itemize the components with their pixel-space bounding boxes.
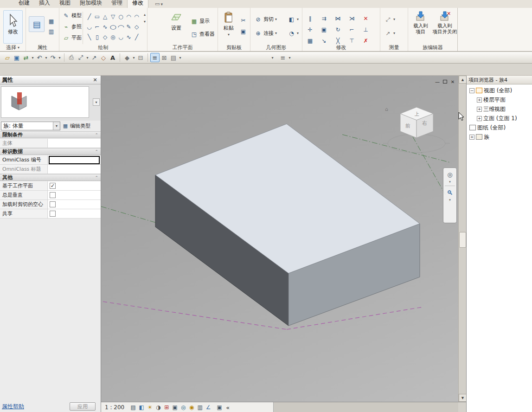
set-workplane-button[interactable]: 设置 xyxy=(167,12,186,32)
steering-wheel-icon[interactable]: ◎ xyxy=(445,170,455,179)
tree-node-elevations[interactable]: + 立面 (立面 1) xyxy=(467,114,532,123)
customize-qat-icon[interactable]: ▾ xyxy=(270,56,275,60)
edit-type-button[interactable]: ▦ 编辑类型 xyxy=(61,122,100,130)
tree-node-views[interactable]: − 视图 (全部) xyxy=(467,86,532,95)
other-section-header[interactable]: 其他⌃ xyxy=(0,174,101,181)
pane-toggle-icon[interactable]: ▣ xyxy=(215,403,224,412)
rectangle-tool-2-icon[interactable]: ▯ xyxy=(93,33,101,41)
viewcube-top-label[interactable]: 上 xyxy=(414,111,419,116)
default-3d-view-caret-icon[interactable]: ▾ xyxy=(132,56,136,60)
measure-qat-caret-icon[interactable]: ▾ xyxy=(85,56,90,60)
family-category-icon[interactable]: ▦ xyxy=(47,17,55,25)
view-restore-icon[interactable] xyxy=(443,80,447,84)
family-type-combobox[interactable]: 族: 体量 ▾ xyxy=(1,122,60,130)
draw-plane-button[interactable]: ▱ 平面 xyxy=(62,34,82,42)
project-browser-title-bar[interactable]: 项目浏览器 - 族4 xyxy=(467,76,532,84)
workplane-based-checkbox[interactable] xyxy=(50,183,56,189)
redo-caret-icon[interactable]: ▾ xyxy=(58,56,62,60)
tree-node-families[interactable]: + 族 xyxy=(467,132,532,142)
temporary-view-properties-icon[interactable]: ▥ xyxy=(196,403,204,412)
workplane-viewer-button[interactable]: ◳ 查看器 xyxy=(190,30,215,38)
preview-expand-icon[interactable]: ▾ xyxy=(93,98,100,106)
tab-manage[interactable]: 管理 xyxy=(107,0,127,8)
3d-views-expand-icon[interactable]: + xyxy=(477,107,482,112)
identity-section-header[interactable]: 标识数据⌃ xyxy=(0,148,101,155)
properties-help-link[interactable]: 属性帮助 xyxy=(2,403,24,411)
rotate-icon[interactable]: ↻ xyxy=(334,26,342,33)
views-collapse-icon[interactable]: − xyxy=(469,88,474,93)
mass-extrusion[interactable] xyxy=(155,124,420,326)
zoom-caret-icon[interactable]: ▾ xyxy=(449,198,451,202)
zoom-icon[interactable]: 🔍︎ xyxy=(445,188,455,197)
elevations-expand-icon[interactable]: + xyxy=(477,116,482,121)
family-types-icon[interactable]: ▥ xyxy=(47,27,55,35)
undo-caret-icon[interactable]: ▾ xyxy=(44,56,48,60)
viewcube-home-icon[interactable]: ⌂ xyxy=(385,106,388,112)
apply-button[interactable]: 应用 xyxy=(70,402,96,411)
inscribed-polygon-tool-icon[interactable]: △ xyxy=(101,13,109,20)
paint-button[interactable]: ◔ ▾ xyxy=(288,29,299,37)
family-preview-image[interactable] xyxy=(1,86,89,118)
start-end-radius-arc-tool-icon[interactable]: ◠ xyxy=(125,13,133,20)
measure-button[interactable]: ⤢ ▾ xyxy=(384,15,395,23)
split-element-icon[interactable]: ╳ xyxy=(334,37,342,45)
circle-tool-2-icon[interactable]: ◎ xyxy=(109,33,117,41)
polygon-tool-2-icon[interactable]: ◇ xyxy=(101,33,109,41)
trim-extend-corner-icon[interactable]: ⌐ xyxy=(348,26,356,33)
viewcube-right-label[interactable]: 右 xyxy=(422,120,427,126)
reveal-hidden-elements-icon[interactable]: ◉ xyxy=(187,403,196,412)
drawing-area[interactable]: 上 前 右 ⌂ — ✕ ◎ ▾ 🔍︎ ▾ xyxy=(101,76,458,402)
arc-tool-2-icon[interactable]: ◡ xyxy=(117,33,125,41)
tree-node-floor-plans[interactable]: + 楼层平面 xyxy=(467,95,532,104)
print-icon[interactable]: ⎙ xyxy=(67,53,76,62)
line-tool-2-icon[interactable]: ╲ xyxy=(85,33,93,41)
delete-selected-icon[interactable]: ✗ xyxy=(362,37,370,45)
tab-view[interactable]: 视图 xyxy=(55,0,75,8)
circumscribed-polygon-tool-icon[interactable]: ▽ xyxy=(109,13,117,20)
center-ends-arc-tool-icon[interactable]: ◠ xyxy=(133,13,141,20)
properties-title-bar[interactable]: 属性 ✕ xyxy=(0,76,101,84)
circle-tool-icon[interactable]: ○ xyxy=(117,13,125,20)
offset-icon[interactable]: ⇉ xyxy=(320,14,328,22)
save-icon[interactable]: ▣ xyxy=(12,53,21,62)
switch-windows-caret-icon[interactable]: ▾ xyxy=(178,56,182,60)
panel-select-footer[interactable]: 选择▾ xyxy=(0,44,26,51)
scroll-up-icon[interactable]: ▲ xyxy=(459,76,467,84)
fillet-arc-tool-icon[interactable]: ⌐ xyxy=(93,23,101,31)
tab-addins[interactable]: 附加模块 xyxy=(75,0,107,8)
measure-qat-icon[interactable]: ⤢ xyxy=(76,53,85,62)
steering-wheel-caret-icon[interactable]: ▾ xyxy=(449,180,451,184)
properties-close-icon[interactable]: ✕ xyxy=(91,77,99,83)
visual-style-icon[interactable]: ◧ xyxy=(137,403,146,412)
switch-windows-icon[interactable]: ▤ xyxy=(169,53,178,62)
aligned-dimension-qat-icon[interactable]: ↗ xyxy=(90,53,99,62)
paste-button[interactable]: 粘贴 ▾ xyxy=(221,12,237,37)
move-icon[interactable]: ✛ xyxy=(306,26,314,33)
open-icon[interactable]: ▱ xyxy=(3,53,12,62)
families-expand-icon[interactable]: + xyxy=(469,135,474,140)
detail-level-icon[interactable]: ▤ xyxy=(129,403,137,412)
pick-faces-tool-icon[interactable]: ◇ xyxy=(133,23,141,31)
close-inactive-windows-icon[interactable]: ⊠ xyxy=(160,53,169,62)
tab-create[interactable]: 创建 xyxy=(14,0,34,8)
redo-icon[interactable]: ↷ xyxy=(48,53,58,62)
vertical-scrollbar[interactable]: ▲ ▼ xyxy=(458,76,466,402)
undo-icon[interactable]: ↶ xyxy=(35,53,44,62)
thin-lines-icon[interactable]: ≡ xyxy=(150,53,160,62)
model-canvas[interactable]: 上 前 右 ⌂ xyxy=(101,76,458,402)
spline-tool-2-icon[interactable]: ∿ xyxy=(125,33,133,41)
shared-checkbox[interactable] xyxy=(50,211,56,217)
vertical-scroll-thumb[interactable] xyxy=(459,232,466,248)
cut-to-clipboard-icon[interactable]: ✂ xyxy=(239,16,247,24)
host-value-cell[interactable] xyxy=(48,139,101,148)
tree-node-sheets[interactable]: 图纸 (全部) xyxy=(467,123,532,132)
draw-reference-button[interactable]: ⌁ 参照 xyxy=(62,23,82,31)
load-into-project-close-button[interactable]: ✕ 载入到 项目并关闭 xyxy=(432,11,457,35)
always-vertical-checkbox[interactable] xyxy=(50,192,56,198)
tab-modify[interactable]: 修改 xyxy=(127,0,148,8)
temporary-hide-isolate-icon[interactable]: ◎ xyxy=(179,403,187,412)
omniclass-number-input[interactable] xyxy=(49,156,100,164)
tag-by-category-icon[interactable]: ◇ xyxy=(99,53,108,62)
tree-node-3d-views[interactable]: + 三维视图 xyxy=(467,104,532,114)
scale-icon[interactable]: ↘ xyxy=(320,37,328,45)
